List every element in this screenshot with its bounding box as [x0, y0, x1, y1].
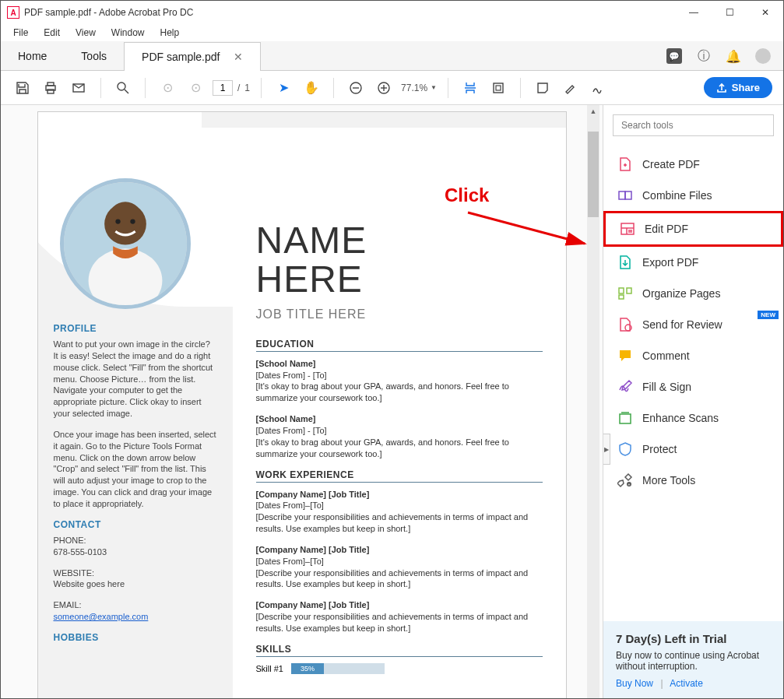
tool-item-label: More Tools	[642, 474, 695, 486]
resume-left-column: PROFILE Want to put your own image in th…	[38, 112, 233, 699]
menubar: File Edit View Window Help	[1, 24, 783, 41]
export-pdf-icon	[617, 255, 633, 270]
vertical-scrollbar[interactable]: ▲	[587, 105, 599, 699]
menu-view[interactable]: View	[68, 26, 104, 40]
activate-link[interactable]: Activate	[670, 678, 703, 689]
maximize-button[interactable]: ☐	[712, 1, 747, 24]
page-current-input[interactable]	[213, 80, 233, 96]
help-icon[interactable]: ⓘ	[696, 48, 712, 64]
tab-tools[interactable]: Tools	[64, 42, 124, 70]
app-icon: A	[7, 6, 19, 19]
tool-item-label: Protect	[642, 443, 677, 455]
trial-body: Buy now to continue using Acrobat withou…	[616, 650, 771, 672]
more-tools-icon: +	[617, 472, 633, 488]
save-icon[interactable]	[12, 77, 33, 99]
tool-item-organize-pages[interactable]: Organize Pages	[603, 278, 783, 309]
name-line1: NAME	[256, 221, 543, 260]
sign-icon[interactable]	[588, 77, 610, 99]
scroll-thumb[interactable]	[588, 132, 599, 217]
tool-item-label: Combine Files	[642, 189, 712, 202]
tab-document[interactable]: PDF sample.pdf ✕	[124, 42, 261, 71]
chat-icon[interactable]: 💬	[666, 48, 682, 64]
svg-point-30	[625, 325, 631, 331]
svg-rect-11	[494, 83, 503, 93]
mail-icon[interactable]	[68, 77, 90, 99]
menu-file[interactable]: File	[5, 26, 36, 40]
pdf-page[interactable]: PROFILE Want to put your own image in th…	[37, 111, 567, 699]
trial-title: 7 Day(s) Left in Trial	[616, 632, 771, 645]
fit-page-icon[interactable]	[487, 77, 509, 99]
svg-rect-20	[619, 191, 625, 199]
skill-row: Skill #1 35%	[256, 663, 543, 674]
page-up-icon[interactable]: ⊙	[156, 77, 178, 99]
tab-document-label: PDF sample.pdf	[142, 51, 220, 63]
email-link[interactable]: someone@example.com	[54, 612, 149, 621]
tool-item-edit-pdf[interactable]: Edit PDF	[603, 211, 783, 247]
tool-item-comment[interactable]: Comment	[603, 340, 783, 371]
menu-help[interactable]: Help	[153, 26, 188, 40]
tabbar: Home Tools PDF sample.pdf ✕ 💬 ⓘ 🔔	[1, 41, 783, 71]
bell-icon[interactable]: 🔔	[726, 48, 741, 64]
tool-item-protect[interactable]: Protect	[603, 434, 783, 465]
svg-rect-1	[47, 83, 54, 86]
search-tools-input[interactable]	[613, 114, 774, 136]
name-line2: HERE	[256, 260, 543, 299]
account-icon[interactable]	[755, 48, 771, 64]
sticky-note-icon[interactable]	[532, 77, 554, 99]
menu-window[interactable]: Window	[104, 26, 153, 40]
toolbar: ⊙ ⊙ / 1 ➤ ✋ 77.1% ▼ Share	[1, 71, 783, 105]
share-icon	[716, 83, 727, 93]
hand-icon[interactable]: ✋	[301, 77, 322, 99]
tool-item-create-pdf[interactable]: Create PDF	[603, 149, 783, 180]
scroll-up-icon[interactable]: ▲	[587, 105, 599, 118]
tool-item-send-for-review[interactable]: Send for ReviewNEW	[603, 309, 783, 340]
print-icon[interactable]	[40, 77, 62, 99]
work-entry: [Company Name] [Job Title][Dates From]–[…	[256, 489, 543, 535]
fit-width-icon[interactable]	[459, 77, 481, 99]
document-area: Click PROFILE Want to put your own image…	[1, 105, 603, 699]
avatar	[60, 178, 191, 309]
profile-text-2: Once your image has been inserted, selec…	[54, 429, 217, 510]
organize-pages-icon	[617, 286, 633, 301]
combine-files-icon	[617, 188, 633, 203]
minimize-button[interactable]: —	[676, 1, 712, 24]
share-button[interactable]: Share	[704, 77, 772, 98]
svg-rect-31	[620, 414, 631, 423]
website-label: WEBSITE:	[54, 568, 95, 578]
menu-edit[interactable]: Edit	[36, 26, 68, 40]
highlight-icon[interactable]	[560, 77, 582, 99]
pointer-icon[interactable]: ➤	[272, 77, 294, 99]
tool-item-label: Export PDF	[642, 256, 698, 269]
svg-point-4	[118, 83, 125, 90]
tools-list: ▶ Create PDFCombine FilesEdit PDFExport …	[603, 146, 783, 621]
zoom-dropdown[interactable]: 77.1% ▼	[401, 83, 437, 93]
tool-item-combine-files[interactable]: Combine Files	[603, 180, 783, 211]
magnify-icon[interactable]	[112, 77, 134, 99]
zoom-out-icon[interactable]	[345, 77, 367, 99]
buy-now-link[interactable]: Buy Now	[616, 678, 653, 689]
tool-item-enhance-scans[interactable]: Enhance Scans	[603, 402, 783, 434]
svg-rect-28	[627, 288, 631, 293]
workspace: Click PROFILE Want to put your own image…	[1, 105, 783, 699]
phone-value: 678-555-0103	[54, 547, 107, 557]
work-entry: [Company Name] [Job Title][Describe your…	[256, 599, 543, 634]
titlebar: A PDF sample.pdf - Adobe Acrobat Pro DC …	[1, 1, 783, 24]
svg-point-19	[130, 219, 135, 223]
profile-heading: PROFILE	[54, 323, 217, 334]
svg-rect-27	[619, 288, 624, 293]
page-down-icon[interactable]: ⊙	[185, 77, 206, 99]
svg-point-17	[107, 202, 142, 236]
svg-line-5	[125, 90, 128, 93]
zoom-in-icon[interactable]	[373, 77, 395, 99]
tool-item-more-tools[interactable]: +More Tools	[603, 465, 783, 496]
tab-home[interactable]: Home	[1, 42, 64, 70]
work-entry: [Company Name] [Job Title][Dates From]–[…	[256, 544, 543, 590]
tab-close-icon[interactable]: ✕	[234, 51, 243, 63]
tool-item-fill-sign[interactable]: Fill & Sign	[603, 371, 783, 402]
website-value: Website goes here	[54, 579, 125, 588]
profile-text-1: Want to put your own image in the circle…	[54, 339, 217, 420]
tool-item-export-pdf[interactable]: Export PDF	[603, 247, 783, 278]
hobbies-heading: HOBBIES	[54, 632, 217, 643]
close-button[interactable]: ✕	[747, 1, 783, 24]
svg-text:+: +	[628, 482, 631, 486]
